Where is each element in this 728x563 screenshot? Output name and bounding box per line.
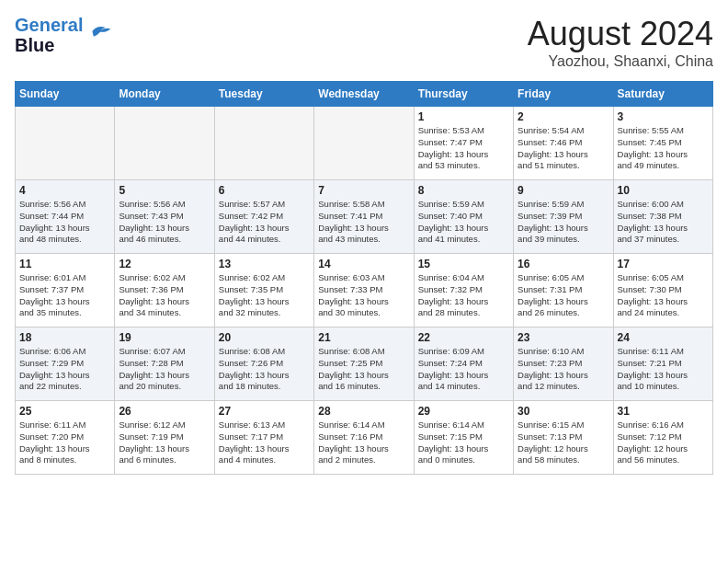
day-number: 13 bbox=[219, 258, 310, 270]
calendar-table: SundayMondayTuesdayWednesdayThursdayFrid… bbox=[15, 81, 713, 475]
calendar-cell: 26Sunrise: 6:12 AMSunset: 7:19 PMDayligh… bbox=[115, 401, 214, 475]
title-block: August 2024 Yaozhou, Shaanxi, China bbox=[528, 15, 713, 70]
calendar-cell: 28Sunrise: 6:14 AMSunset: 7:16 PMDayligh… bbox=[314, 401, 414, 475]
calendar-cell: 29Sunrise: 6:14 AMSunset: 7:15 PMDayligh… bbox=[414, 401, 513, 475]
calendar-cell: 18Sunrise: 6:06 AMSunset: 7:29 PMDayligh… bbox=[16, 327, 115, 401]
calendar-cell bbox=[214, 107, 313, 180]
day-number: 29 bbox=[418, 405, 509, 418]
day-info: Sunrise: 6:08 AMSunset: 7:25 PMDaylight:… bbox=[318, 346, 409, 393]
weekday-header-monday: Monday bbox=[115, 82, 214, 107]
weekday-header-sunday: Sunday bbox=[16, 82, 115, 107]
day-info: Sunrise: 6:09 AMSunset: 7:24 PMDaylight:… bbox=[418, 346, 509, 393]
calendar-cell: 30Sunrise: 6:15 AMSunset: 7:13 PMDayligh… bbox=[514, 401, 613, 475]
day-info: Sunrise: 6:06 AMSunset: 7:29 PMDaylight:… bbox=[19, 346, 110, 393]
calendar-cell: 20Sunrise: 6:08 AMSunset: 7:26 PMDayligh… bbox=[214, 327, 313, 401]
logo: GeneralBlue bbox=[15, 15, 114, 55]
day-number: 11 bbox=[19, 258, 110, 270]
day-info: Sunrise: 5:56 AMSunset: 7:44 PMDaylight:… bbox=[19, 199, 110, 246]
day-number: 30 bbox=[518, 405, 609, 418]
day-number: 3 bbox=[618, 110, 709, 123]
weekday-header-saturday: Saturday bbox=[613, 82, 712, 107]
weekday-header-friday: Friday bbox=[514, 82, 613, 107]
day-number: 22 bbox=[418, 331, 509, 344]
calendar-cell bbox=[314, 107, 414, 180]
calendar-cell bbox=[16, 107, 115, 180]
calendar-cell: 8Sunrise: 5:59 AMSunset: 7:40 PMDaylight… bbox=[414, 180, 513, 254]
day-info: Sunrise: 6:14 AMSunset: 7:15 PMDaylight:… bbox=[418, 419, 509, 466]
day-info: Sunrise: 5:54 AMSunset: 7:46 PMDaylight:… bbox=[518, 125, 609, 172]
day-number: 20 bbox=[219, 331, 310, 344]
day-number: 15 bbox=[418, 258, 509, 270]
calendar-cell: 22Sunrise: 6:09 AMSunset: 7:24 PMDayligh… bbox=[414, 327, 513, 401]
day-info: Sunrise: 6:12 AMSunset: 7:19 PMDaylight:… bbox=[119, 419, 210, 466]
day-info: Sunrise: 5:55 AMSunset: 7:45 PMDaylight:… bbox=[618, 125, 709, 172]
day-number: 17 bbox=[618, 258, 709, 270]
day-info: Sunrise: 6:13 AMSunset: 7:17 PMDaylight:… bbox=[219, 419, 310, 466]
day-number: 24 bbox=[618, 331, 709, 344]
day-info: Sunrise: 5:57 AMSunset: 7:42 PMDaylight:… bbox=[219, 199, 310, 246]
day-info: Sunrise: 5:53 AMSunset: 7:47 PMDaylight:… bbox=[418, 125, 509, 172]
day-number: 26 bbox=[119, 405, 210, 418]
calendar-cell: 12Sunrise: 6:02 AMSunset: 7:36 PMDayligh… bbox=[115, 254, 214, 327]
day-number: 2 bbox=[518, 110, 609, 123]
calendar-cell: 11Sunrise: 6:01 AMSunset: 7:37 PMDayligh… bbox=[16, 254, 115, 327]
calendar-cell: 6Sunrise: 5:57 AMSunset: 7:42 PMDaylight… bbox=[214, 180, 313, 254]
day-number: 27 bbox=[219, 405, 310, 418]
day-info: Sunrise: 6:03 AMSunset: 7:33 PMDaylight:… bbox=[318, 272, 409, 319]
day-number: 23 bbox=[518, 331, 609, 344]
calendar-cell: 16Sunrise: 6:05 AMSunset: 7:31 PMDayligh… bbox=[514, 254, 613, 327]
day-info: Sunrise: 6:01 AMSunset: 7:37 PMDaylight:… bbox=[19, 272, 110, 319]
day-info: Sunrise: 6:07 AMSunset: 7:28 PMDaylight:… bbox=[119, 346, 210, 393]
day-info: Sunrise: 6:04 AMSunset: 7:32 PMDaylight:… bbox=[418, 272, 509, 319]
day-info: Sunrise: 6:08 AMSunset: 7:26 PMDaylight:… bbox=[219, 346, 310, 393]
calendar-cell bbox=[115, 107, 214, 180]
location-subtitle: Yaozhou, Shaanxi, China bbox=[528, 53, 713, 70]
calendar-cell: 3Sunrise: 5:55 AMSunset: 7:45 PMDaylight… bbox=[613, 107, 712, 180]
day-info: Sunrise: 6:11 AMSunset: 7:21 PMDaylight:… bbox=[618, 346, 709, 393]
weekday-header-thursday: Thursday bbox=[414, 82, 513, 107]
day-number: 31 bbox=[618, 405, 709, 418]
logo-text: GeneralBlue bbox=[15, 15, 83, 55]
page-header: GeneralBlue August 2024 Yaozhou, Shaanxi… bbox=[15, 15, 713, 70]
day-info: Sunrise: 6:14 AMSunset: 7:16 PMDaylight:… bbox=[318, 419, 409, 466]
calendar-cell: 7Sunrise: 5:58 AMSunset: 7:41 PMDaylight… bbox=[314, 180, 414, 254]
calendar-cell: 5Sunrise: 5:56 AMSunset: 7:43 PMDaylight… bbox=[115, 180, 214, 254]
calendar-cell: 15Sunrise: 6:04 AMSunset: 7:32 PMDayligh… bbox=[414, 254, 513, 327]
day-info: Sunrise: 6:02 AMSunset: 7:36 PMDaylight:… bbox=[119, 272, 210, 319]
calendar-cell: 9Sunrise: 5:59 AMSunset: 7:39 PMDaylight… bbox=[514, 180, 613, 254]
calendar-cell: 2Sunrise: 5:54 AMSunset: 7:46 PMDaylight… bbox=[514, 107, 613, 180]
calendar-cell: 24Sunrise: 6:11 AMSunset: 7:21 PMDayligh… bbox=[613, 327, 712, 401]
calendar-cell: 19Sunrise: 6:07 AMSunset: 7:28 PMDayligh… bbox=[115, 327, 214, 401]
weekday-header-tuesday: Tuesday bbox=[214, 82, 313, 107]
day-number: 6 bbox=[219, 184, 310, 197]
day-number: 4 bbox=[19, 184, 110, 197]
weekday-header-wednesday: Wednesday bbox=[314, 82, 414, 107]
calendar-cell: 17Sunrise: 6:05 AMSunset: 7:30 PMDayligh… bbox=[613, 254, 712, 327]
day-info: Sunrise: 5:59 AMSunset: 7:39 PMDaylight:… bbox=[518, 199, 609, 246]
day-info: Sunrise: 6:16 AMSunset: 7:12 PMDaylight:… bbox=[618, 419, 709, 466]
day-info: Sunrise: 6:15 AMSunset: 7:13 PMDaylight:… bbox=[518, 419, 609, 466]
day-info: Sunrise: 6:10 AMSunset: 7:23 PMDaylight:… bbox=[518, 346, 609, 393]
day-number: 28 bbox=[318, 405, 409, 418]
calendar-cell: 14Sunrise: 6:03 AMSunset: 7:33 PMDayligh… bbox=[314, 254, 414, 327]
month-year-title: August 2024 bbox=[528, 15, 713, 53]
day-number: 8 bbox=[418, 184, 509, 197]
calendar-cell: 1Sunrise: 5:53 AMSunset: 7:47 PMDaylight… bbox=[414, 107, 513, 180]
day-number: 7 bbox=[318, 184, 409, 197]
calendar-cell: 27Sunrise: 6:13 AMSunset: 7:17 PMDayligh… bbox=[214, 401, 313, 475]
day-number: 18 bbox=[19, 331, 110, 344]
day-info: Sunrise: 6:00 AMSunset: 7:38 PMDaylight:… bbox=[618, 199, 709, 246]
calendar-cell: 31Sunrise: 6:16 AMSunset: 7:12 PMDayligh… bbox=[613, 401, 712, 475]
day-number: 1 bbox=[418, 110, 509, 123]
day-info: Sunrise: 5:56 AMSunset: 7:43 PMDaylight:… bbox=[119, 199, 210, 246]
calendar-cell: 13Sunrise: 6:02 AMSunset: 7:35 PMDayligh… bbox=[214, 254, 313, 327]
day-info: Sunrise: 6:11 AMSunset: 7:20 PMDaylight:… bbox=[19, 419, 110, 466]
calendar-cell: 21Sunrise: 6:08 AMSunset: 7:25 PMDayligh… bbox=[314, 327, 414, 401]
day-number: 5 bbox=[119, 184, 210, 197]
calendar-cell: 4Sunrise: 5:56 AMSunset: 7:44 PMDaylight… bbox=[16, 180, 115, 254]
logo-bird-icon bbox=[86, 22, 114, 40]
day-number: 16 bbox=[518, 258, 609, 270]
calendar-cell: 23Sunrise: 6:10 AMSunset: 7:23 PMDayligh… bbox=[514, 327, 613, 401]
day-number: 25 bbox=[19, 405, 110, 418]
day-number: 10 bbox=[618, 184, 709, 197]
